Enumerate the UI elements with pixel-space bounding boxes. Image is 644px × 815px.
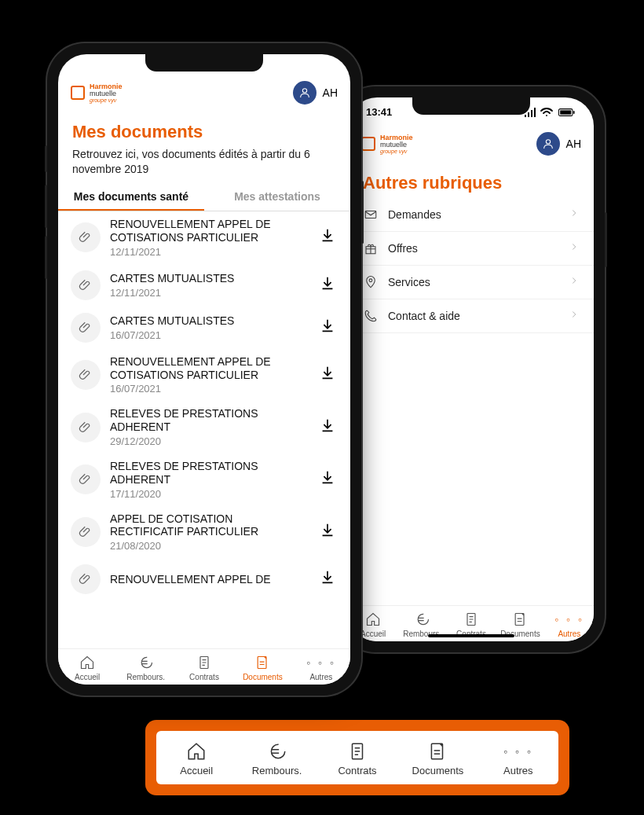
download-button[interactable]: [319, 469, 338, 490]
nav-contrats[interactable]: Contrats: [317, 740, 397, 776]
nav-documents[interactable]: Documents: [233, 654, 291, 681]
chevron-right-icon: [569, 275, 580, 289]
document-date: 12/11/2021: [110, 287, 309, 299]
documents-list[interactable]: RENOUVELLEMENT APPEL DE COTISATIONS PART…: [58, 211, 350, 648]
rubrique-contact-aide[interactable]: Contact & aide: [349, 299, 594, 333]
dots-icon: ◦ ◦ ◦: [478, 740, 558, 763]
dots-icon: ◦ ◦ ◦: [545, 611, 594, 628]
gift-icon: [363, 241, 379, 255]
status-indicators: [523, 105, 576, 118]
phone-icon: [363, 309, 379, 323]
rubriques-list: DemandesOffresServicesContact & aide: [349, 198, 594, 333]
notch: [145, 54, 263, 72]
download-button[interactable]: [319, 417, 338, 438]
dots-icon: ◦ ◦ ◦: [292, 654, 350, 671]
nav-contrats[interactable]: Contrats: [175, 654, 233, 681]
nav-autres[interactable]: ◦ ◦ ◦Autres: [478, 740, 558, 776]
document-row[interactable]: RENOUVELLEMENT APPEL DE: [58, 558, 350, 600]
nav-accueil[interactable]: Accueil: [58, 654, 116, 681]
nav-autres[interactable]: ◦ ◦ ◦Autres: [292, 654, 350, 681]
document-title: RENOUVELLEMENT APPEL DE: [110, 573, 309, 586]
avatar-icon: [536, 132, 560, 156]
page-title: Mes documents: [58, 114, 350, 147]
document-title: CARTES MUTUALISTES: [110, 314, 309, 328]
tab-attestations[interactable]: Mes attestations: [204, 186, 350, 211]
phone-right-mock: 13:41 Harmonie mutuelle groupe vyv AH: [338, 86, 605, 652]
nav-accueil[interactable]: Accueil: [156, 740, 236, 776]
enlarged-nav-callout: AccueilRembours.ContratsDocuments◦ ◦ ◦Au…: [145, 720, 569, 795]
rubrique-label: Offres: [388, 242, 559, 255]
nav-label: Rembours.: [116, 673, 174, 681]
chevron-right-icon: [569, 207, 580, 222]
paperclip-icon: [71, 360, 101, 390]
nav-autres[interactable]: ◦ ◦ ◦Autres: [545, 611, 594, 638]
download-button[interactable]: [319, 365, 338, 385]
tab-documents-sante[interactable]: Mes documents santé: [58, 186, 204, 211]
paperclip-icon: [71, 464, 101, 494]
user-badge[interactable]: AH: [293, 81, 338, 105]
document-title: RENOUVELLEMENT APPEL DE COTISATIONS PART…: [110, 218, 309, 244]
chevron-right-icon: [569, 309, 580, 323]
document-date: 12/11/2021: [110, 246, 309, 258]
home-icon: [58, 654, 116, 671]
user-initials: AH: [566, 138, 581, 150]
document-row[interactable]: CARTES MUTUALISTES16/07/2021: [58, 307, 350, 349]
home-icon: [156, 740, 236, 763]
enlarged-nav: AccueilRembours.ContratsDocuments◦ ◦ ◦Au…: [156, 731, 558, 784]
paperclip-icon: [71, 270, 101, 300]
logo-hex-icon: [361, 137, 375, 151]
document-row[interactable]: RENOUVELLEMENT APPEL DE COTISATIONS PART…: [58, 211, 350, 264]
paperclip-icon: [71, 517, 101, 547]
user-initials: AH: [323, 86, 338, 99]
document-row[interactable]: APPEL DE COTISATION RECTIFICATIF PARTICU…: [58, 506, 350, 559]
notch: [412, 97, 530, 115]
rubrique-label: Demandes: [388, 208, 559, 221]
pin-icon: [363, 275, 379, 289]
logo-hex-icon: [71, 86, 85, 100]
paperclip-icon: [71, 222, 101, 252]
document-icon: [496, 611, 544, 628]
document-date: 29/12/2020: [110, 435, 309, 447]
document-date: 16/07/2021: [110, 329, 309, 341]
download-button[interactable]: [319, 318, 338, 338]
nav-rembours-[interactable]: Rembours.: [116, 654, 174, 681]
chevron-right-icon: [569, 241, 580, 255]
status-time: 13:41: [366, 106, 392, 118]
download-button[interactable]: [319, 569, 338, 589]
download-button[interactable]: [319, 227, 338, 248]
nav-label: Autres: [292, 673, 350, 681]
document-title: CARTES MUTUALISTES: [110, 272, 309, 285]
contract-icon: [317, 740, 397, 763]
euro-icon: [397, 611, 446, 628]
nav-rembours-[interactable]: Rembours.: [236, 740, 317, 776]
rubrique-label: Services: [388, 276, 559, 288]
download-button[interactable]: [319, 275, 338, 296]
bottom-nav: AccueilRembours.ContratsDocuments◦ ◦ ◦Au…: [58, 648, 350, 685]
rubrique-services[interactable]: Services: [349, 266, 594, 299]
nav-label: Autres: [545, 630, 594, 638]
brand-logo: Harmonie mutuelle groupe vyv: [361, 134, 413, 154]
rubrique-offres[interactable]: Offres: [349, 232, 594, 266]
nav-label: Accueil: [58, 673, 116, 681]
document-title: RENOUVELLEMENT APPEL DE COTISATIONS PART…: [110, 355, 309, 382]
document-icon: [233, 654, 291, 671]
avatar-icon: [293, 81, 317, 105]
rubrique-demandes[interactable]: Demandes: [349, 198, 594, 232]
home-indicator: [428, 634, 514, 637]
app-header: Harmonie mutuelle groupe vyv AH: [349, 126, 594, 165]
document-date: 16/07/2021: [110, 383, 309, 395]
document-row[interactable]: RENOUVELLEMENT APPEL DE COTISATIONS PART…: [58, 349, 350, 402]
nav-documents[interactable]: Documents: [397, 740, 478, 776]
contract-icon: [175, 654, 233, 671]
document-title: RELEVES DE PRESTATIONS ADHERENT: [110, 460, 309, 486]
rubrique-label: Contact & aide: [388, 310, 559, 322]
document-row[interactable]: RELEVES DE PRESTATIONS ADHERENT29/12/202…: [58, 401, 350, 453]
page-title: Autres rubriques: [349, 165, 594, 198]
phone-left-mock: Harmonie mutuelle groupe vyv AH Mes docu…: [47, 43, 361, 696]
download-button[interactable]: [319, 522, 338, 542]
document-row[interactable]: RELEVES DE PRESTATIONS ADHERENT17/11/202…: [58, 453, 350, 506]
user-badge[interactable]: AH: [536, 132, 581, 156]
document-title: APPEL DE COTISATION RECTIFICATIF PARTICU…: [110, 512, 309, 539]
document-row[interactable]: CARTES MUTUALISTES12/11/2021: [58, 264, 350, 307]
brand-logo: Harmonie mutuelle groupe vyv: [71, 83, 123, 103]
